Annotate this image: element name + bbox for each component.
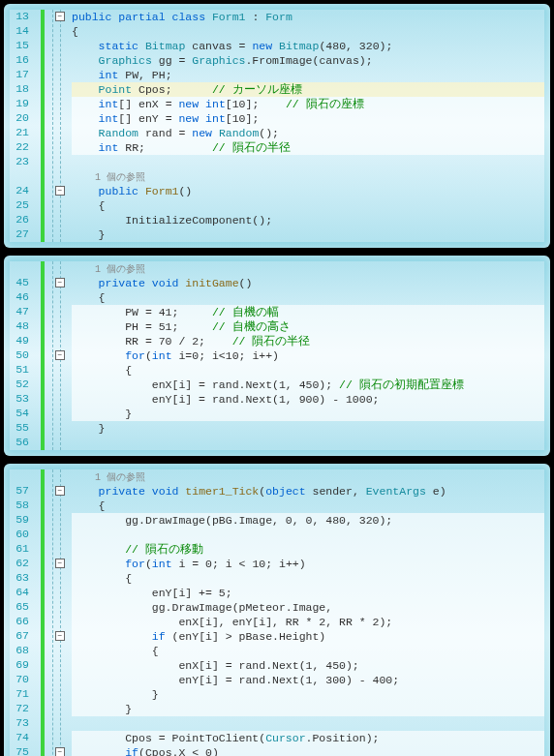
line-number: 73: [10, 716, 29, 731]
code-line[interactable]: enX[i] = rand.Next(1, 450);: [72, 658, 544, 673]
fold-toggle-icon[interactable]: −: [55, 747, 65, 756]
code-line[interactable]: RR = 70 / 2; // 隕石の半径: [72, 334, 544, 348]
line-number-gutter: 5758596061626364656667686970717273747576…: [10, 469, 33, 756]
code-content[interactable]: 1 個の参照 private void initGame() { PW = 41…: [72, 261, 544, 450]
code-line[interactable]: enX[i], enY[i], RR * 2, RR * 2);: [72, 615, 544, 629]
line-number: 18: [10, 82, 29, 97]
code-line[interactable]: PW = 41; // 自機の幅: [72, 305, 544, 319]
line-number: 67: [10, 629, 29, 644]
code-line[interactable]: int PW, PH;: [72, 68, 544, 82]
line-number: [10, 169, 29, 184]
code-line[interactable]: Graphics gg = Graphics.FromImage(canvas)…: [72, 53, 544, 68]
code-line[interactable]: [72, 436, 544, 450]
code-line[interactable]: InitializeComponent();: [72, 213, 544, 227]
line-number: 57: [10, 484, 29, 499]
code-line[interactable]: int[] enX = new int[10]; // 隕石の座標: [72, 97, 544, 111]
code-panel: 454647484950515253545556−− 1 個の参照 privat…: [4, 256, 550, 456]
code-line[interactable]: 1 個の参照: [72, 469, 544, 484]
code-line[interactable]: }: [72, 227, 544, 242]
code-line[interactable]: private void timer1_Tick(object sender, …: [72, 484, 544, 499]
line-number: 58: [10, 499, 29, 513]
code-line[interactable]: {: [72, 290, 544, 305]
line-number: 15: [10, 39, 29, 53]
change-indicator-bar: [41, 261, 45, 450]
line-number: 59: [10, 513, 29, 528]
fold-toggle-icon[interactable]: −: [55, 486, 65, 496]
line-number: 63: [10, 571, 29, 586]
line-number: 74: [10, 731, 29, 745]
code-line[interactable]: Cpos = PointToClient(Cursor.Position);: [72, 731, 544, 745]
fold-toggle-icon[interactable]: −: [55, 12, 65, 21]
code-line[interactable]: int RR; // 隕石の半径: [72, 140, 544, 155]
fold-toggle-icon[interactable]: −: [55, 278, 65, 287]
code-line[interactable]: }: [72, 407, 544, 421]
code-line[interactable]: enX[i] = rand.Next(1, 450); // 隕石の初期配置座標: [72, 378, 544, 392]
code-line[interactable]: public partial class Form1 : Form: [72, 10, 544, 24]
line-number-gutter: 454647484950515253545556: [10, 261, 33, 450]
line-number: 56: [10, 436, 29, 450]
code-line[interactable]: // 隕石の移動: [72, 542, 544, 557]
code-line[interactable]: Point Cpos; // カーソル座標: [72, 82, 544, 97]
code-line[interactable]: for(int i = 0; i < 10; i++): [72, 557, 544, 571]
line-number: 53: [10, 392, 29, 407]
code-line[interactable]: PH = 51; // 自機の高さ: [72, 319, 544, 334]
code-line[interactable]: gg.DrawImage(pMeteor.Image,: [72, 600, 544, 615]
code-line[interactable]: gg.DrawImage(pBG.Image, 0, 0, 480, 320);: [72, 513, 544, 528]
code-panel: 131415161718192021222324252627−−public p…: [4, 4, 550, 248]
code-line[interactable]: static Bitmap canvas = new Bitmap(480, 3…: [72, 39, 544, 53]
line-number: 51: [10, 363, 29, 378]
code-line[interactable]: {: [72, 24, 544, 39]
line-number: 21: [10, 126, 29, 140]
code-area[interactable]: 5758596061626364656667686970717273747576…: [10, 469, 544, 756]
code-line[interactable]: if(Cpos.X < 0): [72, 745, 544, 756]
code-content[interactable]: public partial class Form1 : Form{ stati…: [72, 10, 544, 242]
code-line[interactable]: {: [72, 644, 544, 658]
line-number: 69: [10, 658, 29, 673]
line-number: 55: [10, 421, 29, 436]
code-line[interactable]: Random rand = new Random();: [72, 126, 544, 140]
line-number: 16: [10, 53, 29, 68]
code-line[interactable]: }: [72, 702, 544, 716]
line-number: 48: [10, 319, 29, 334]
code-line[interactable]: enY[i] = rand.Next(1, 300) - 400;: [72, 673, 544, 687]
code-line[interactable]: 1 個の参照: [72, 261, 544, 276]
code-line[interactable]: {: [72, 363, 544, 378]
code-line[interactable]: public Form1(): [72, 184, 544, 198]
code-line[interactable]: [72, 155, 544, 169]
code-line[interactable]: {: [72, 499, 544, 513]
line-number: 26: [10, 213, 29, 227]
code-line[interactable]: 1 個の参照: [72, 169, 544, 184]
code-line[interactable]: }: [72, 421, 544, 436]
change-indicator-bar: [41, 10, 45, 242]
code-line[interactable]: enY[i] += 5;: [72, 586, 544, 600]
code-line[interactable]: {: [72, 198, 544, 213]
code-line[interactable]: private void initGame(): [72, 276, 544, 290]
line-number: [10, 261, 29, 276]
line-number: 14: [10, 24, 29, 39]
code-line[interactable]: enY[i] = rand.Next(1, 900) - 1000;: [72, 392, 544, 407]
code-line[interactable]: {: [72, 571, 544, 586]
code-line[interactable]: }: [72, 687, 544, 702]
line-number: 75: [10, 745, 29, 756]
line-number: 60: [10, 528, 29, 542]
line-number: 47: [10, 305, 29, 319]
line-number: 20: [10, 111, 29, 126]
code-line[interactable]: if (enY[i] > pBase.Height): [72, 629, 544, 644]
code-line[interactable]: int[] enY = new int[10];: [72, 111, 544, 126]
line-number: 19: [10, 97, 29, 111]
fold-toggle-icon[interactable]: −: [55, 350, 65, 360]
code-line[interactable]: for(int i=0; i<10; i++): [72, 348, 544, 363]
line-number: 65: [10, 600, 29, 615]
code-area[interactable]: 131415161718192021222324252627−−public p…: [10, 10, 544, 242]
line-number: 70: [10, 673, 29, 687]
line-number: 50: [10, 348, 29, 363]
line-number: 61: [10, 542, 29, 557]
fold-toggle-icon[interactable]: −: [55, 186, 65, 196]
code-line[interactable]: [72, 716, 544, 731]
code-line[interactable]: [72, 528, 544, 542]
fold-toggle-icon[interactable]: −: [55, 559, 65, 568]
fold-toggle-icon[interactable]: −: [55, 631, 65, 641]
code-content[interactable]: 1 個の参照 private void timer1_Tick(object s…: [72, 469, 544, 756]
line-number: [10, 469, 29, 484]
code-area[interactable]: 454647484950515253545556−− 1 個の参照 privat…: [10, 261, 544, 450]
